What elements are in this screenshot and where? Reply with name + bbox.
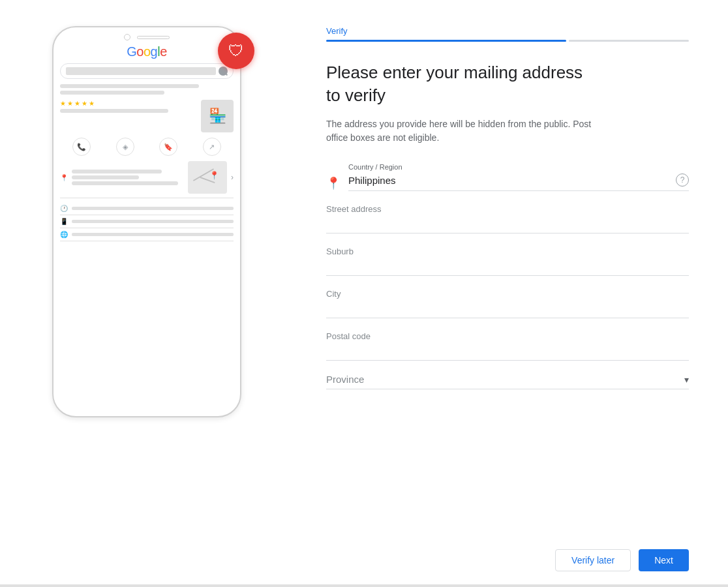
phone-search-input xyxy=(66,67,216,75)
star-icon: ★ xyxy=(82,100,87,107)
map-pin-icon: 📍 xyxy=(209,171,219,180)
suburb-field: Suburb xyxy=(326,247,689,276)
country-label: Country / Region xyxy=(348,163,689,171)
province-placeholder: Province xyxy=(326,374,684,385)
phone-business-info: ★ ★ ★ ★ ★ xyxy=(60,100,196,132)
city-label: City xyxy=(326,289,689,299)
phone-stars: ★ ★ ★ ★ ★ xyxy=(60,100,196,107)
phone-container: 🛡 Google xyxy=(52,26,248,430)
street-address-input[interactable] xyxy=(326,217,689,233)
phone-save-btn: 🔖 xyxy=(159,138,177,156)
city-field: City xyxy=(326,289,689,318)
phone-action-buttons: 📞 ◈ 🔖 ↗ xyxy=(60,138,234,156)
shield-badge: 🛡 xyxy=(218,33,254,69)
phone-line xyxy=(60,91,164,95)
phone-info-line xyxy=(72,207,234,210)
bottom-border xyxy=(0,584,728,587)
location-pin-icon: 📍 xyxy=(326,176,341,190)
form-description: The address you provide here will be hid… xyxy=(326,117,600,145)
phone-map-thumbnail: 📍 xyxy=(188,161,227,194)
form-section: Verify Please enter your mailing address… xyxy=(300,13,728,523)
street-address-field: Street address xyxy=(326,204,689,233)
google-logo: Google xyxy=(60,44,234,59)
phone-location-row: 📍 📍 › xyxy=(60,161,234,198)
province-field[interactable]: Province ▾ xyxy=(326,374,689,389)
phone-call-icon: 📞 xyxy=(77,143,86,151)
help-icon[interactable]: ? xyxy=(676,173,689,187)
star-icon: ★ xyxy=(60,100,66,107)
phone-info-line xyxy=(72,220,234,223)
phone-line xyxy=(72,181,178,185)
phone-phone-row: 📱 xyxy=(60,215,234,228)
postal-code-field: Postal code xyxy=(326,331,689,361)
phone-screen: Google xyxy=(53,44,240,241)
share-icon: ↗ xyxy=(209,143,215,151)
footer-buttons: Verify later Next xyxy=(0,536,728,584)
star-icon: ★ xyxy=(89,100,95,107)
country-field-wrapper: 📍 Country / Region Philippines ? xyxy=(326,163,689,191)
progress-segment-active xyxy=(326,40,566,42)
phone-frame: Google xyxy=(52,26,241,417)
globe-icon: 🌐 xyxy=(60,231,68,238)
progress-track xyxy=(326,40,689,42)
phone-search-bar xyxy=(60,63,234,79)
phone-top-bar xyxy=(53,27,240,44)
store-building-icon: 🏪 xyxy=(209,108,226,125)
country-value: Philippines xyxy=(348,175,676,186)
progress-bar-container: Verify xyxy=(326,26,689,42)
phone-location-lines xyxy=(72,170,184,185)
verify-later-button[interactable]: Verify later xyxy=(555,549,631,571)
phone-store-icon: 🏪 xyxy=(201,100,234,132)
clock-icon: 🕐 xyxy=(60,205,68,212)
phone-search-icon xyxy=(219,67,228,76)
country-row[interactable]: Philippines ? xyxy=(348,173,689,191)
phone-speaker xyxy=(137,36,170,39)
phone-website-row: 🌐 xyxy=(60,228,234,241)
chevron-right-icon: › xyxy=(231,173,234,182)
phone-hours-row: 🕐 xyxy=(60,202,234,215)
star-icon: ★ xyxy=(74,100,80,107)
phone-line xyxy=(60,84,199,88)
phone-icon: 📱 xyxy=(60,218,68,225)
phone-line xyxy=(60,109,168,113)
phone-line xyxy=(72,170,162,173)
phone-share-btn: ↗ xyxy=(203,138,221,156)
progress-segment-inactive xyxy=(569,40,689,42)
progress-label: Verify xyxy=(326,26,689,36)
shield-icon: 🛡 xyxy=(228,42,244,60)
suburb-label: Suburb xyxy=(326,247,689,256)
phone-business-area: ★ ★ ★ ★ ★ 🏪 xyxy=(60,100,234,132)
suburb-input[interactable] xyxy=(326,259,689,276)
city-input[interactable] xyxy=(326,301,689,318)
star-icon: ★ xyxy=(67,100,73,107)
bookmark-icon: 🔖 xyxy=(164,143,173,151)
postal-code-input[interactable] xyxy=(326,344,689,361)
next-button[interactable]: Next xyxy=(639,549,689,571)
dropdown-arrow-icon: ▾ xyxy=(684,374,689,385)
directions-icon: ◈ xyxy=(123,143,128,151)
country-field-inner: Country / Region Philippines ? xyxy=(348,163,689,191)
phone-call-btn: 📞 xyxy=(72,138,91,156)
phone-content-lines xyxy=(60,84,234,95)
phone-line xyxy=(72,175,139,179)
phone-directions-btn: ◈ xyxy=(116,138,134,156)
phone-illustration: 🛡 Google xyxy=(0,13,300,523)
phone-camera xyxy=(124,34,130,40)
form-title: Please enter your mailing address to ver… xyxy=(326,61,600,107)
phone-info-line xyxy=(72,233,234,236)
location-pin-icon: 📍 xyxy=(60,174,68,181)
phone-detail-lines xyxy=(60,109,196,113)
street-label: Street address xyxy=(326,204,689,214)
form-fields: 📍 Country / Region Philippines ? Street … xyxy=(326,163,689,402)
postal-label: Postal code xyxy=(326,331,689,341)
